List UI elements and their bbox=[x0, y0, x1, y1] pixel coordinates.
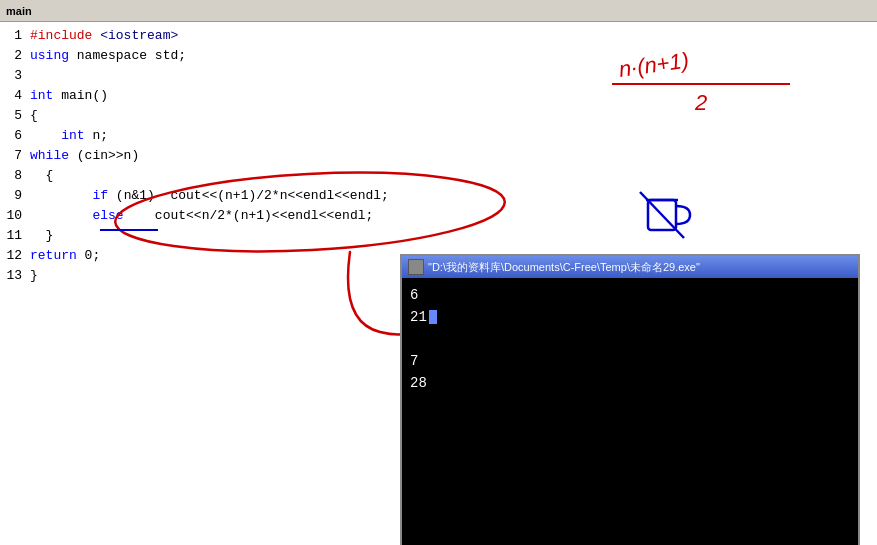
title-bar: main bbox=[0, 0, 877, 22]
line-num-8: 8 bbox=[2, 166, 22, 186]
terminal-window: "D:\我的资料库\Documents\C-Free\Temp\未命名29.ex… bbox=[400, 254, 860, 545]
code-text-4: int main() bbox=[30, 86, 108, 106]
code-text-3 bbox=[30, 66, 38, 86]
line-num-5: 5 bbox=[2, 106, 22, 126]
terminal-line-4: 7 bbox=[410, 350, 850, 372]
terminal-line-1: 6 bbox=[410, 284, 850, 306]
code-editor: 1 #include <iostream> 2 using namespace … bbox=[0, 22, 877, 545]
title-bar-text: main bbox=[6, 5, 32, 17]
line-num-1: 1 bbox=[2, 26, 22, 46]
code-line-11: 11 } bbox=[0, 226, 877, 246]
code-text-2: using namespace std; bbox=[30, 46, 186, 66]
terminal-cursor bbox=[429, 310, 437, 324]
code-line-3: 3 bbox=[0, 66, 877, 86]
terminal-line-2: 21 bbox=[410, 306, 850, 328]
code-text-11: } bbox=[30, 226, 53, 246]
terminal-title-text: "D:\我的资料库\Documents\C-Free\Temp\未命名29.ex… bbox=[428, 260, 852, 275]
code-line-6: 6 int n; bbox=[0, 126, 877, 146]
line-num-2: 2 bbox=[2, 46, 22, 66]
code-text-10: else cout<<n/2*(n+1)<<endl<<endl; bbox=[30, 206, 373, 226]
line-num-10: 10 bbox=[2, 206, 22, 226]
terminal-title-bar: "D:\我的资料库\Documents\C-Free\Temp\未命名29.ex… bbox=[402, 256, 858, 278]
code-line-8: 8 { bbox=[0, 166, 877, 186]
terminal-line-5: 28 bbox=[410, 372, 850, 394]
code-text-8: { bbox=[30, 166, 53, 186]
line-num-6: 6 bbox=[2, 126, 22, 146]
line-num-13: 13 bbox=[2, 266, 22, 286]
line-num-4: 4 bbox=[2, 86, 22, 106]
terminal-content: 6 21 7 28 bbox=[402, 278, 858, 545]
terminal-icon bbox=[408, 259, 424, 275]
code-text-5: { bbox=[30, 106, 38, 126]
code-text-1: #include <iostream> bbox=[30, 26, 178, 46]
code-text-6: int n; bbox=[30, 126, 108, 146]
line-num-3: 3 bbox=[2, 66, 22, 86]
code-line-7: 7 while (cin>>n) bbox=[0, 146, 877, 166]
terminal-line-3 bbox=[410, 328, 850, 350]
code-line-1: 1 #include <iostream> bbox=[0, 26, 877, 46]
code-line-9: 9 if (n&1) cout<<(n+1)/2*n<<endl<<endl; bbox=[0, 186, 877, 206]
line-num-11: 11 bbox=[2, 226, 22, 246]
code-line-10: 10 else cout<<n/2*(n+1)<<endl<<endl; bbox=[0, 206, 877, 226]
line-num-9: 9 bbox=[2, 186, 22, 206]
code-line-4: 4 int main() bbox=[0, 86, 877, 106]
code-line-5: 5 { bbox=[0, 106, 877, 126]
line-num-7: 7 bbox=[2, 146, 22, 166]
code-text-7: while (cin>>n) bbox=[30, 146, 139, 166]
code-text-13: } bbox=[30, 266, 38, 286]
code-text-9: if (n&1) cout<<(n+1)/2*n<<endl<<endl; bbox=[30, 186, 389, 206]
line-num-12: 12 bbox=[2, 246, 22, 266]
code-text-12: return 0; bbox=[30, 246, 100, 266]
code-line-2: 2 using namespace std; bbox=[0, 46, 877, 66]
